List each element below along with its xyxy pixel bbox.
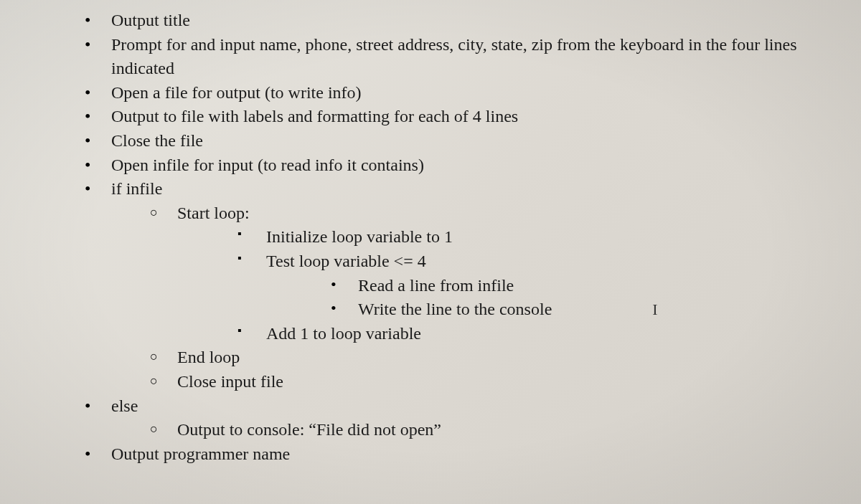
item-text: Output to console: “File did not open”: [177, 420, 441, 439]
list-item: Close the file: [72, 129, 847, 153]
item-text: else: [111, 396, 138, 415]
list-item: Output to file with labels and formattin…: [72, 105, 847, 129]
item-text: Output programmer name: [111, 444, 290, 463]
item-text: Test loop variable <= 4: [266, 252, 426, 270]
list-item: else Output to console: “File did not op…: [72, 394, 847, 442]
item-text: Open infile for input (to read info it c…: [111, 156, 424, 174]
bullet-list-level-4: Read a line from infile Write the line t…: [266, 274, 847, 322]
list-item: Prompt for and input name, phone, street…: [72, 33, 847, 81]
list-item: Output title: [72, 9, 847, 33]
list-item: Add 1 to loop variable: [237, 322, 847, 346]
item-text: End loop: [177, 348, 240, 366]
bullet-list-level-3: Initialize loop variable to 1 Test loop …: [177, 225, 847, 346]
text-cursor-icon: I: [652, 300, 657, 318]
item-text: Open a file for output (to write info): [111, 83, 362, 102]
list-item: Write the line to the consoleI: [331, 298, 847, 322]
item-text: Add 1 to loop variable: [266, 324, 421, 343]
list-item: Read a line from infile: [331, 274, 847, 298]
item-text: Output title: [111, 11, 190, 29]
bullet-list-level-2: Start loop: Initialize loop variable to …: [111, 201, 847, 394]
item-text: Start loop:: [177, 204, 250, 222]
list-item: Start loop: Initialize loop variable to …: [150, 201, 847, 346]
list-item: Output to console: “File did not open”: [150, 418, 847, 442]
item-text: Close input file: [177, 372, 283, 391]
item-text: if infile: [111, 179, 162, 198]
bullet-list-level-1: Output title Prompt for and input name, …: [72, 9, 847, 466]
item-text: Prompt for and input name, phone, street…: [111, 35, 797, 78]
list-item: if infile Start loop: Initialize loop va…: [72, 177, 847, 394]
list-item: Open a file for output (to write info): [72, 81, 847, 105]
list-item: End loop: [150, 346, 847, 370]
list-item: Test loop variable <= 4 Read a line from…: [237, 249, 847, 322]
item-text: Close the file: [111, 131, 203, 150]
item-text: Write the line to the console: [358, 300, 552, 318]
item-text: Output to file with labels and formattin…: [111, 107, 518, 125]
bullet-list-level-2: Output to console: “File did not open”: [111, 418, 847, 442]
list-item: Open infile for input (to read info it c…: [72, 153, 847, 178]
item-text: Read a line from infile: [358, 276, 514, 295]
item-text: Initialize loop variable to 1: [266, 227, 453, 246]
list-item: Initialize loop variable to 1: [237, 225, 847, 249]
list-item: Output programmer name: [72, 442, 847, 467]
list-item: Close input file: [150, 370, 847, 394]
